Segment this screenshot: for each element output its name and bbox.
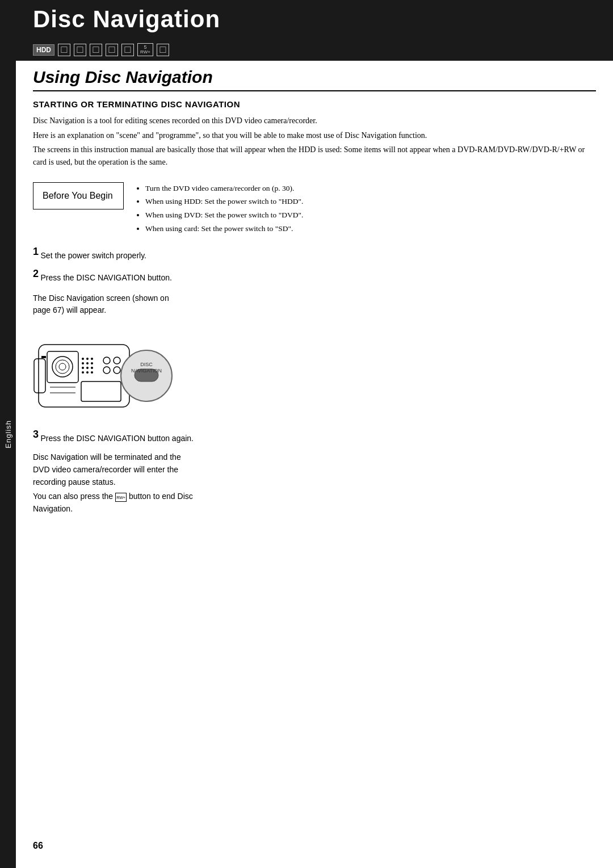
step-3-text: Press the DISC NAVIGATION button again. (41, 433, 194, 442)
svg-rect-25 (41, 356, 46, 358)
intro-text: Disc Navigation is a tool for editing sc… (16, 115, 613, 169)
before-begin-box: Before You Begin (33, 182, 124, 209)
svg-rect-22 (81, 381, 121, 401)
svg-point-9 (82, 362, 84, 364)
disc-icon-4: □ (106, 44, 118, 56)
step-1-number: 1 (33, 246, 39, 257)
svg-point-12 (82, 367, 84, 369)
step-1: 1 Set the power switch properly. (33, 244, 596, 262)
svg-point-10 (86, 362, 89, 364)
svg-point-3 (52, 357, 73, 377)
camera-illustration: DISC NAVIGATION (16, 322, 613, 427)
disc-icon-1: □ (58, 44, 70, 56)
step-3-section: 3 Press the DISC NAVIGATION button again… (16, 427, 613, 445)
intro-para-2: Here is an explanation on "scene" and "p… (33, 129, 596, 142)
section-title-container: Using Disc Navigation (16, 61, 613, 91)
intro-para-1: Disc Navigation is a tool for editing sc… (33, 115, 596, 127)
disc-icon-3: □ (90, 44, 102, 56)
page-number-container: 66 (16, 841, 43, 851)
step-2-sub-line2: page 67) will appear. (33, 305, 106, 315)
svg-point-17 (91, 371, 93, 374)
step-3-number: 3 (33, 429, 39, 440)
step-2: 2 Press the DISC NAVIGATION button. (33, 266, 596, 284)
subsection-heading: STARTING OR TERMINATING DISC NAVIGATION (33, 99, 596, 109)
svg-point-11 (91, 362, 93, 364)
camera-svg: DISC NAVIGATION (33, 328, 180, 418)
subsection-heading-container: STARTING OR TERMINATING DISC NAVIGATION (16, 91, 613, 115)
steps-section: 1 Set the power switch properly. 2 Press… (16, 244, 613, 284)
step-1-text: Set the power switch properly. (41, 251, 147, 260)
svg-point-4 (56, 360, 69, 374)
step-3-sub: Disc Navigation will be terminated and t… (16, 449, 613, 519)
before-begin-bullets: Turn the DVD video camera/recorder on (p… (135, 182, 596, 236)
svg-rect-2 (47, 351, 78, 383)
svg-point-6 (82, 358, 84, 360)
svg-point-21 (114, 367, 120, 374)
before-begin-list: Turn the DVD video camera/recorder on (p… (135, 182, 596, 234)
svg-point-5 (59, 363, 66, 370)
page-title: Disc Navigation (33, 6, 596, 33)
step-2-number: 2 (33, 268, 39, 279)
svg-point-8 (91, 358, 93, 360)
title-bar: Disc Navigation (16, 0, 613, 40)
step3-sub-para1: Disc Navigation will be terminated and t… (33, 451, 596, 488)
svg-point-16 (86, 371, 89, 374)
step3-sub-para2: You can also press the RW+ button to end… (33, 490, 596, 515)
svg-rect-1 (34, 359, 45, 393)
step-3: 3 Press the DISC NAVIGATION button again… (33, 427, 596, 445)
step-2-text: Press the DISC NAVIGATION button. (41, 273, 172, 282)
before-begin-bullet-4: When using card: Set the power switch to… (145, 223, 596, 235)
svg-point-20 (103, 367, 110, 374)
main-content: Disc Navigation HDD □ □ □ □ □ 5 RW+ □ Us… (16, 0, 613, 520)
section-title: Using Disc Navigation (33, 68, 596, 91)
svg-point-7 (86, 358, 89, 360)
before-begin-title: Before You Begin (43, 191, 113, 200)
svg-point-19 (114, 357, 120, 364)
sidebar-label: English (4, 420, 12, 448)
intro-para-3: The screens in this instruction manual a… (33, 144, 596, 168)
page-number: 66 (33, 841, 43, 850)
disc-icon-special: 5 RW+ (137, 43, 153, 56)
before-begin-bullet-2: When using HDD: Set the power switch to … (145, 195, 596, 208)
inline-special-icon: RW+ (115, 493, 127, 502)
disc-icon-2: □ (74, 44, 86, 56)
svg-point-18 (103, 357, 110, 364)
before-begin-section: Before You Begin Turn the DVD video came… (16, 171, 613, 244)
disc-icons-bar: HDD □ □ □ □ □ 5 RW+ □ (16, 40, 613, 61)
svg-rect-0 (39, 345, 129, 407)
svg-point-13 (86, 367, 89, 369)
before-begin-bullet-3: When using DVD: Set the power switch to … (145, 209, 596, 221)
hdd-badge: HDD (33, 44, 54, 56)
disc-icon-5: □ (121, 44, 134, 56)
svg-text:NAVIGATION: NAVIGATION (131, 368, 162, 374)
step-2-sub: The Disc Navigation screen (shown on pag… (16, 289, 613, 322)
svg-point-14 (91, 367, 93, 369)
svg-text:DISC: DISC (140, 362, 153, 367)
step-2-sub-line1: The Disc Navigation screen (shown on (33, 293, 169, 303)
svg-point-15 (82, 371, 84, 374)
before-begin-bullet-1: Turn the DVD video camera/recorder on (p… (145, 182, 596, 195)
sidebar: English (0, 0, 16, 868)
disc-icon-6: □ (157, 44, 169, 56)
